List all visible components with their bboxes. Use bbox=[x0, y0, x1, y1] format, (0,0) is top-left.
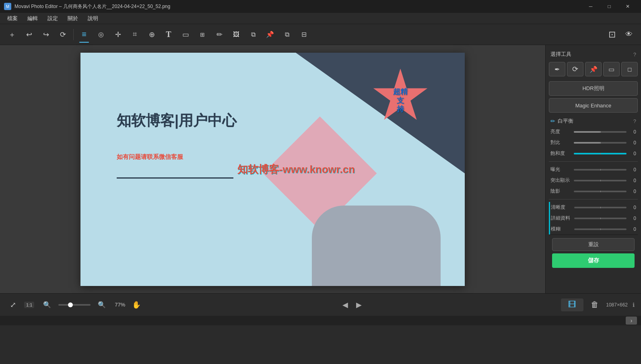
filmstrip-expand-button[interactable]: › bbox=[626, 317, 637, 325]
menu-help[interactable]: 說明 bbox=[84, 14, 102, 23]
zoom-1-1-label: 1:1 bbox=[26, 302, 32, 307]
slider-center5 bbox=[600, 180, 601, 181]
blur-row: 模糊 0 bbox=[549, 224, 638, 234]
exposure-slider[interactable] bbox=[574, 169, 627, 171]
add-button[interactable]: ＋ bbox=[4, 27, 20, 43]
hand-tool-button[interactable]: ✋ bbox=[130, 298, 143, 311]
grid-button[interactable]: ⊟ bbox=[296, 27, 312, 43]
detail-label: 詳細資料 bbox=[551, 215, 572, 222]
contrast-label: 對比 bbox=[550, 139, 571, 146]
transform-button[interactable]: ✛ bbox=[110, 27, 126, 43]
white-balance-help[interactable]: ? bbox=[633, 118, 636, 124]
close-button[interactable]: ✕ bbox=[618, 0, 637, 13]
select-button[interactable]: ⊕ bbox=[144, 27, 160, 43]
clarity-slider[interactable] bbox=[574, 207, 627, 208]
clarity-value: 0 bbox=[629, 205, 636, 210]
save-area: 重設 儲存 bbox=[549, 234, 638, 271]
erase-tool-button[interactable]: ◻ bbox=[621, 62, 638, 76]
selection-tools: ✒ ⟳ 📌 ▭ ◻ bbox=[549, 60, 638, 78]
slider-divider1 bbox=[549, 161, 638, 162]
highlights-label: 突出顯示 bbox=[550, 177, 571, 184]
shadows-slider[interactable] bbox=[574, 191, 627, 192]
copy-button[interactable]: ⧉ bbox=[245, 27, 261, 43]
brightness-row: 亮度 0 bbox=[549, 126, 638, 137]
zoom-thumb[interactable] bbox=[68, 302, 73, 307]
menu-edit[interactable]: 編輯 bbox=[23, 14, 42, 23]
saturation-slider[interactable] bbox=[574, 153, 627, 154]
frame-button[interactable]: ▭ bbox=[177, 27, 194, 43]
zoom-slider[interactable] bbox=[58, 304, 91, 306]
nav-next-button[interactable]: ▶ bbox=[353, 299, 365, 311]
save-button[interactable]: 儲存 bbox=[552, 253, 635, 268]
highlights-slider[interactable] bbox=[574, 180, 627, 181]
window-title: Movavi Photo Editor – 几何商务风个人名片__2024-04… bbox=[14, 3, 578, 10]
shadows-row: 陰影 0 bbox=[549, 186, 638, 197]
exposure-label: 曝光 bbox=[550, 166, 571, 173]
filmstrip-arrow-icon: › bbox=[631, 317, 633, 324]
slider-center7 bbox=[600, 207, 601, 208]
panel-title: 選擇工具 bbox=[550, 51, 571, 58]
preview-button[interactable]: 👁 bbox=[621, 27, 637, 43]
slider-center4 bbox=[600, 169, 601, 171]
brightness-label: 亮度 bbox=[550, 128, 571, 135]
canvas-area[interactable]: 超精 支 持 知软博客|用户中心 如有问题请联系微信客服 知软博客-www.kn… bbox=[0, 45, 545, 293]
hdr-button[interactable]: HDR照明 bbox=[549, 81, 638, 96]
titlebar: M Movavi Photo Editor – 几何商务风个人名片__2024-… bbox=[0, 0, 641, 13]
blur-slider[interactable] bbox=[574, 228, 627, 230]
film-button[interactable]: 🎞 bbox=[561, 298, 583, 311]
image-dimensions: 1087×662 bbox=[606, 302, 628, 308]
photo-title-text: 知软博客|用户中心 bbox=[117, 112, 237, 129]
image-button[interactable]: 🖼 bbox=[228, 27, 244, 43]
hdr-label: HDR照明 bbox=[582, 85, 604, 92]
pen-tool-button[interactable]: ✒ bbox=[549, 62, 565, 76]
minimize-button[interactable]: ─ bbox=[581, 0, 600, 13]
app-icon: M bbox=[4, 3, 11, 10]
rect-select-button[interactable]: ▭ bbox=[603, 62, 620, 76]
pin-select-button[interactable]: 📌 bbox=[585, 62, 602, 76]
rotate-button[interactable]: ◎ bbox=[93, 27, 109, 43]
info-icon[interactable]: ℹ bbox=[633, 302, 635, 308]
save-label: 儲存 bbox=[588, 257, 599, 264]
highlights-value: 0 bbox=[629, 178, 636, 183]
pin-button[interactable]: 📌 bbox=[262, 27, 278, 43]
highlights-row: 突出顯示 0 bbox=[549, 175, 638, 186]
menu-file[interactable]: 檔案 bbox=[3, 14, 22, 23]
zoom-1-1-button[interactable]: 1:1 bbox=[24, 302, 34, 308]
reset-label: 重設 bbox=[588, 241, 599, 248]
filter-button[interactable]: ≡ bbox=[76, 27, 92, 43]
slider-center8 bbox=[600, 218, 601, 219]
delete-button[interactable]: 🗑 bbox=[588, 298, 601, 311]
mosaic-button[interactable]: ⊞ bbox=[194, 27, 210, 43]
magic-enhance-button[interactable]: Magic Enhance bbox=[549, 98, 638, 113]
refresh-button[interactable]: ⟳ bbox=[55, 27, 71, 43]
brightness-fill bbox=[574, 131, 600, 133]
window-controls: ─ □ ✕ bbox=[581, 0, 637, 13]
redo-button[interactable]: ↪ bbox=[38, 27, 54, 43]
compare-button[interactable]: ⊡ bbox=[604, 27, 620, 43]
contrast-row: 對比 0 bbox=[549, 137, 638, 148]
menu-settings[interactable]: 設定 bbox=[43, 14, 62, 23]
detail-slider[interactable] bbox=[574, 218, 627, 219]
statusbar: ⤢ 1:1 🔍 🔍 77% ✋ ◀ ▶ 🎞 🗑 1087×662 ℹ bbox=[0, 293, 641, 316]
reset-button[interactable]: 重設 bbox=[552, 238, 635, 251]
brightness-slider[interactable] bbox=[574, 131, 627, 133]
menu-about[interactable]: 關於 bbox=[64, 14, 82, 23]
undo-button[interactable]: ↩ bbox=[21, 27, 37, 43]
brightness-value: 0 bbox=[629, 129, 636, 135]
zoom-in-button[interactable]: 🔍 bbox=[95, 298, 108, 311]
maximize-button[interactable]: □ bbox=[600, 0, 618, 13]
zoom-out-button[interactable]: 🔍 bbox=[41, 298, 54, 311]
contrast-slider[interactable] bbox=[574, 142, 627, 144]
layer-button[interactable]: ⧉ bbox=[279, 27, 295, 43]
fullscreen-button[interactable]: ⤢ bbox=[6, 298, 19, 311]
brush-button[interactable]: ✏ bbox=[211, 27, 227, 43]
help-icon[interactable]: ? bbox=[633, 51, 636, 58]
panel-header: 選擇工具 ? bbox=[549, 48, 638, 60]
photo-canvas: 超精 支 持 知软博客|用户中心 如有问题请联系微信客服 知软博客-www.kn… bbox=[80, 53, 465, 286]
nav-prev-button[interactable]: ◀ bbox=[339, 299, 351, 311]
text-button[interactable]: T bbox=[161, 27, 177, 43]
crop-button[interactable]: ⌗ bbox=[127, 27, 143, 43]
menubar: 檔案 編輯 設定 關於 說明 bbox=[0, 13, 641, 24]
toolbar-separator bbox=[73, 29, 74, 40]
lasso-tool-button[interactable]: ⟳ bbox=[567, 62, 583, 76]
